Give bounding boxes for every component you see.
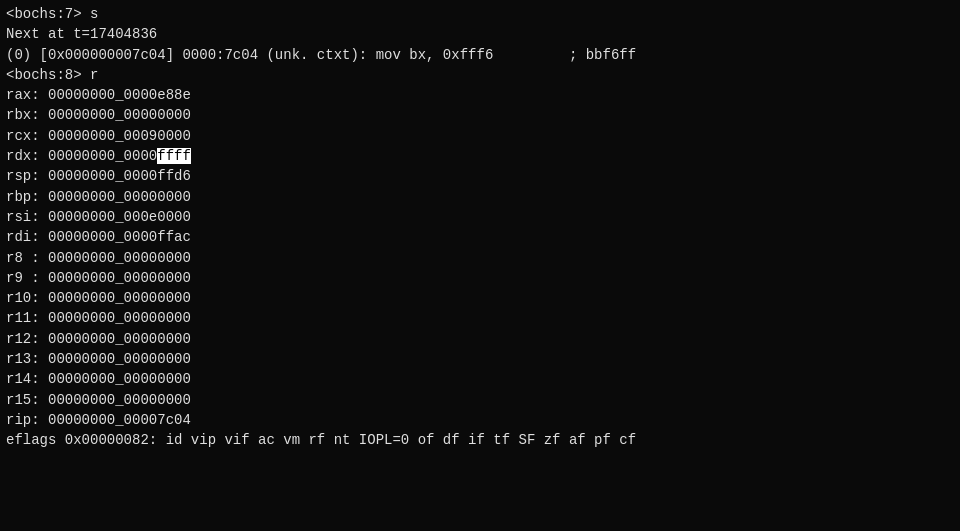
line-rip: rip: 00000000_00007c04 [6,410,954,430]
line-r15: r15: 00000000_00000000 [6,390,954,410]
line-r11: r11: 00000000_00000000 [6,308,954,328]
line-instr: (0) [0x000000007c04] 0000:7c04 (unk. ctx… [6,45,954,65]
line-rsi: rsi: 00000000_000e0000 [6,207,954,227]
line-rax: rax: 00000000_0000e88e [6,85,954,105]
line-rsp: rsp: 00000000_0000ffd6 [6,166,954,186]
line-cmd-r: <bochs:8> r [6,65,954,85]
line-eflags: eflags 0x00000082: id vip vif ac vm rf n… [6,430,954,450]
rdx-highlight: ffff [157,148,191,164]
line-rdi: rdi: 00000000_0000ffac [6,227,954,247]
rdx-prefix: rdx: 00000000_0000 [6,148,157,164]
line-rcx: rcx: 00000000_00090000 [6,126,954,146]
line-next: Next at t=17404836 [6,24,954,44]
line-r14: r14: 00000000_00000000 [6,369,954,389]
line-r13: r13: 00000000_00000000 [6,349,954,369]
line-rbp: rbp: 00000000_00000000 [6,187,954,207]
line-r9: r9 : 00000000_00000000 [6,268,954,288]
terminal-window: <bochs:7> s Next at t=17404836 (0) [0x00… [0,0,960,531]
line-r8: r8 : 00000000_00000000 [6,248,954,268]
line-r12: r12: 00000000_00000000 [6,329,954,349]
line-rdx: rdx: 00000000_0000ffff [6,146,954,166]
line-rbx: rbx: 00000000_00000000 [6,105,954,125]
line-cmd-s: <bochs:7> s [6,4,954,24]
line-r10: r10: 00000000_00000000 [6,288,954,308]
